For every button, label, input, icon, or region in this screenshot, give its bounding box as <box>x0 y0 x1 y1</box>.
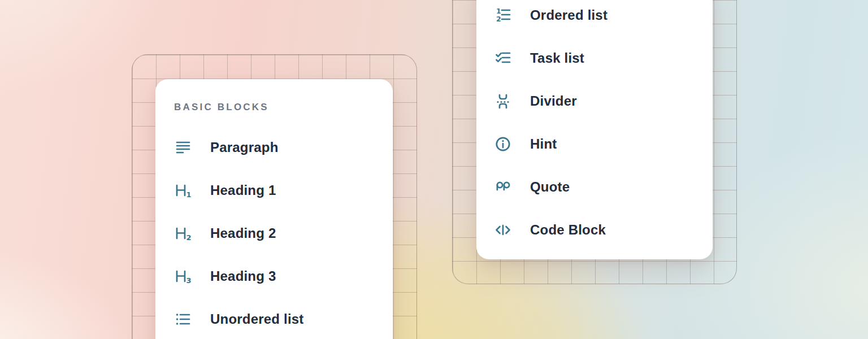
divider-icon <box>494 92 512 110</box>
menu-item-quote[interactable]: Quote <box>494 166 713 208</box>
menu-item-label: Code Block <box>530 222 606 238</box>
menu-item-label: Divider <box>530 93 577 109</box>
menu-item-label: Quote <box>530 179 570 195</box>
basic-blocks-list: Paragraph 1 Heading 1 2 Heading 2 <box>174 126 393 339</box>
heading-3-icon: 3 <box>174 267 192 285</box>
hint-icon <box>494 135 512 153</box>
menu-item-label: Ordered list <box>530 7 607 23</box>
advanced-blocks-list: 1 2 Ordered list Task list <box>494 0 713 251</box>
code-block-icon <box>494 221 512 239</box>
menu-item-heading-2[interactable]: 2 Heading 2 <box>174 212 393 255</box>
basic-blocks-menu-card: BASIC BLOCKS Paragraph 1 Heading 1 <box>155 79 393 339</box>
paragraph-icon <box>174 138 192 157</box>
menu-item-heading-1[interactable]: 1 Heading 1 <box>174 169 393 212</box>
svg-text:1: 1 <box>186 190 192 199</box>
menu-item-unordered-list[interactable]: Unordered list <box>174 298 393 339</box>
menu-item-label: Heading 1 <box>210 182 276 198</box>
menu-item-paragraph[interactable]: Paragraph <box>174 126 393 169</box>
heading-1-icon: 1 <box>174 181 192 199</box>
menu-item-code-block[interactable]: Code Block <box>494 208 713 251</box>
menu-item-label: Unordered list <box>210 311 304 327</box>
menu-item-hint[interactable]: Hint <box>494 123 713 166</box>
menu-item-label: Heading 3 <box>210 268 276 284</box>
svg-text:2: 2 <box>186 233 192 242</box>
basic-blocks-header: BASIC BLOCKS <box>174 102 393 113</box>
menu-item-heading-3[interactable]: 3 Heading 3 <box>174 255 393 298</box>
ordered-list-icon: 1 2 <box>494 6 512 24</box>
task-list-icon <box>494 49 512 67</box>
menu-item-label: Paragraph <box>210 140 279 155</box>
unordered-list-icon <box>174 310 192 328</box>
menu-item-task-list[interactable]: Task list <box>494 37 713 80</box>
menu-item-divider[interactable]: Divider <box>494 80 713 123</box>
svg-text:3: 3 <box>186 276 192 285</box>
advanced-blocks-menu-card: 1 2 Ordered list Task list <box>476 0 713 259</box>
menu-item-label: Hint <box>530 136 557 152</box>
menu-item-label: Heading 2 <box>210 225 276 241</box>
quote-icon <box>494 178 512 196</box>
menu-item-label: Task list <box>530 50 584 66</box>
heading-2-icon: 2 <box>174 224 192 242</box>
menu-item-ordered-list[interactable]: 1 2 Ordered list <box>494 0 713 37</box>
svg-text:2: 2 <box>496 15 501 23</box>
